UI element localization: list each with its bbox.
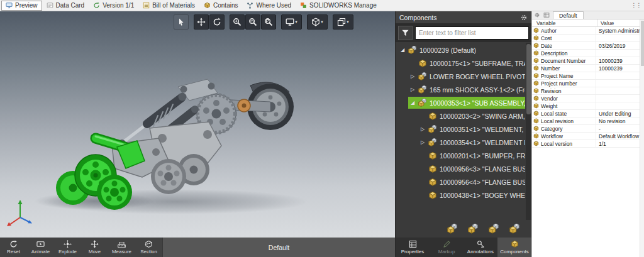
top-tab-version-1-1[interactable]: Version 1/1 [89,1,138,11]
panel-tab-markup[interactable]: Markup [430,238,464,257]
rotate-tool[interactable] [209,14,225,30]
properties-gear-icon[interactable] [532,11,541,19]
tree-row[interactable]: 10000438<1> "BOGEY WHEEL, 130mm" (Def [396,189,525,202]
components-panel: Components ◢10000239 (Default)10000175<1… [395,11,531,238]
zoom-tool[interactable] [230,14,245,30]
property-row: Description [532,50,644,57]
properties-panel-header: Default [532,11,644,19]
tree-item[interactable]: ▷LOWER BOGEY WHEEL PIVOT<1> (Default-_fl… [408,70,525,82]
component-display-icon-2[interactable] [468,224,479,234]
tree-item[interactable]: 10000956<4> "FLANGE BUSHING 16x20x10 [418,176,525,188]
tree-item[interactable]: ▷10000354<1> "WELDMENT FRONT SWINGAF [418,136,525,148]
tree-row[interactable]: ▷165 mm SHOCK ASSY-1<2> (Free-_flexible1… [396,83,525,96]
bottom-button-animate[interactable]: Animate [27,238,54,257]
property-row: Number10000239 [532,65,644,72]
component-display-icon-1[interactable] [447,224,458,234]
bottom-button-label: Section [140,249,157,254]
bottom-button-explode[interactable]: Explode [54,238,81,257]
properties-view-icon[interactable] [541,11,551,19]
tree-item[interactable]: 10000203<2> "SWING ARM, FRONT" (Defaul [418,110,525,122]
zoom-area-tool[interactable] [245,14,260,30]
tree-item[interactable]: 10000956<3> "FLANGE BUSHING 16x20x10 [418,163,525,175]
tree-row[interactable]: 10000203<2> "SWING ARM, FRONT" (Defaul [396,109,525,123]
top-tab-solidworks-manage[interactable]: SOLIDWORKS Manage [296,1,381,11]
property-row: Local version1/1 [532,140,644,148]
variable-icon [533,103,539,109]
tree-item[interactable]: 10000438<1> "BOGEY WHEEL, 130mm" (Def [418,189,525,201]
expand-arrow-icon[interactable]: ▷ [419,139,426,145]
component-filter-input[interactable] [415,26,529,40]
bottom-button-reset[interactable]: Reset [0,238,27,257]
select-tool[interactable] [174,14,189,30]
panel-tab-annotations[interactable]: Annotations [464,238,497,257]
tree-row[interactable]: ▷10000351<1> "WELDMENT, FRONT BOGEY W [396,123,525,136]
scrollbar-thumb[interactable] [641,21,644,66]
variable-name: Description [539,50,596,57]
top-tab-preview[interactable]: Preview [1,1,42,11]
variable-value [596,50,644,57]
components-scrollbar[interactable] [526,43,531,220]
annotations-icon [477,240,485,248]
configuration-bar[interactable]: Default [162,238,395,257]
tree-item[interactable]: 10000201<1> "BUMPER, FRONT SUSPENSION [418,150,525,161]
filter-funnel-icon[interactable] [398,26,413,40]
variable-value: System Administrator [596,27,644,34]
top-tab-data-card[interactable]: Data Card [42,1,89,11]
variable-value: - [596,125,644,132]
top-tab-bill-of-materials[interactable]: Bill of Materials [138,1,199,11]
top-tab-where-used[interactable]: Where Used [242,1,296,11]
properties-table-header: Variable Value [532,19,644,27]
expand-arrow-icon[interactable]: ▷ [419,126,426,132]
assembly-icon [468,224,479,234]
properties-table-rows: AuthorSystem AdministratorCostDate03/26/… [532,27,644,148]
top-tab-contains[interactable]: Contains [199,1,242,11]
tree-row[interactable]: ◢10000353<1> "SUB ASSEMBLY, LH FRONT SUS [396,96,525,109]
assembly-icon [447,224,458,234]
collapse-arrow-icon[interactable]: ◢ [399,47,406,53]
toolbar-overflow-icon[interactable]: ⋮⋮ [631,2,644,9]
bottom-button-section[interactable]: Section [135,238,162,257]
components-panel-title: Components [399,14,437,21]
pan-tool[interactable] [194,14,209,30]
gear-icon[interactable] [520,14,528,21]
viewport-3d[interactable]: ▾▾▾ [0,11,395,238]
tree-row[interactable]: 10000175<1> "SUBFRAME, TRANSMISSION SID [396,57,525,70]
variable-value: Under Editing [596,110,644,117]
expand-arrow-icon[interactable]: ▷ [409,74,416,79]
cad-model[interactable] [0,11,395,238]
expand-arrow-icon[interactable]: ▷ [409,87,416,92]
tree-row[interactable]: ◢10000239 (Default) [396,43,525,57]
zoom-fit-tool[interactable] [261,14,276,30]
display-mode-tool[interactable]: ▾ [281,14,302,30]
drawing-views-tool[interactable]: ▾ [333,14,353,30]
tree-row[interactable]: ▷10000354<1> "WELDMENT FRONT SWINGAF [396,136,525,149]
tree-item[interactable]: 10000175<1> "SUBFRAME, TRANSMISSION SID [408,57,525,69]
tree-item[interactable]: ▷10000351<1> "WELDMENT, FRONT BOGEY W [418,123,525,135]
panel-tab-properties[interactable]: Properties [396,238,430,257]
component-display-icon-3[interactable] [489,224,499,234]
component-display-icon-4[interactable] [509,224,520,234]
tree-item[interactable]: ▷165 mm SHOCK ASSY-1<2> (Free-_flexible1… [408,84,525,96]
variable-value [596,87,644,94]
bottom-button-move[interactable]: Move [81,238,108,257]
properties-scrollbar[interactable] [640,19,644,257]
tree-row[interactable]: 10000956<4> "FLANGE BUSHING 16x20x10 [396,175,525,189]
bottom-button-measure[interactable]: Measure [108,238,135,257]
top-tab-label: Where Used [256,2,291,9]
tree-item[interactable]: ◢10000353<1> "SUB ASSEMBLY, LH FRONT SUS [408,97,525,109]
view-orientation-tool[interactable]: ▾ [307,14,328,30]
tree-item[interactable]: ◢10000239 (Default) [398,44,525,56]
bushing-bore [242,104,247,108]
version-icon [93,2,100,9]
variable-value [596,35,644,41]
assembly-icon [418,72,427,81]
variable-icon [533,88,539,94]
tree-row[interactable]: ▷LOWER BOGEY WHEEL PIVOT<1> (Default-_fl… [396,70,525,83]
tree-row[interactable]: 10000201<1> "BUMPER, FRONT SUSPENSION [396,149,525,162]
panel-tab-components[interactable]: Components [497,238,531,257]
tree-item-label: 10000438<1> "BOGEY WHEEL, 130mm" (Def [440,192,525,199]
collapse-arrow-icon[interactable]: ◢ [409,100,416,106]
scrollbar-thumb[interactable] [526,44,531,114]
properties-config-tab[interactable]: Default [553,11,584,19]
tree-row[interactable]: 10000956<3> "FLANGE BUSHING 16x20x10 [396,162,525,175]
